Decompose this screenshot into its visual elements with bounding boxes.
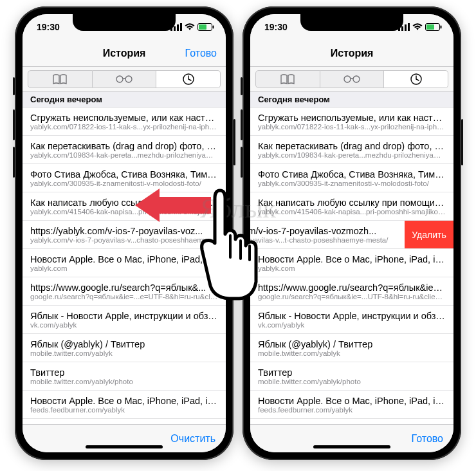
history-row[interactable]: Фото Стива Джобса, Стива Возняка, Тима К… [250,164,453,192]
glasses-icon [343,75,360,83]
history-row[interactable]: Новости Apple. Все о Mac, iPhone, iPad, … [250,249,453,277]
history-row[interactable]: Как перетаскивать (drag and drop) фото, … [250,136,453,164]
svg-rect-3 [180,23,182,31]
page-title: История [103,48,146,59]
mute-switch[interactable] [13,77,15,95]
svg-rect-16 [441,26,442,29]
history-row[interactable]: yablyk.com/v-ios-7-poyavilas-vozmozh...m… [250,221,453,249]
row-subtitle: vk.com/yablyk [258,321,446,329]
tab-reading-list[interactable] [320,70,385,88]
row-title: Как перетаскивать (drag and drop) фото, … [30,141,218,151]
segmented-control [250,67,453,91]
page-title: История [331,48,374,59]
row-subtitle: yablyk.com/071822-ios-11-kak-s...yx-pril… [30,123,218,131]
mute-switch[interactable] [241,77,243,95]
clock: 19:30 [264,22,288,32]
history-list[interactable]: Сгружать неиспользуемые, или как настрои… [250,107,453,424]
row-subtitle: yablyk.com/300935-it-znamenitosti-v-molo… [30,180,218,187]
row-title: yablyk.com/v-ios-7-poyavilas-vozmozh... [250,226,397,236]
svg-point-7 [116,76,123,82]
row-title: Как перетаскивать (drag and drop) фото, … [258,141,446,151]
nav-bar: История [250,40,453,67]
history-row[interactable]: Новости Apple. Все о Mac, iPhone, iPad, … [23,391,226,419]
row-title: https://www.google.ru/search?q=яблык&... [30,282,218,293]
row-subtitle: yablyk.com [30,264,218,272]
row-title: Яблык (@yablyk) / Твиттер [258,339,446,349]
row-subtitle: mobile.twitter.com/yablyk [258,349,446,357]
row-title: Новости Apple. Все о Mac, iPhone, iPad, … [30,396,218,406]
history-row[interactable]: Сгружать неиспользуемые, или как настрои… [250,107,453,136]
row-subtitle: yablyk.com/071822-ios-11-kak-s...yx-pril… [258,123,446,131]
nav-bar: История Готово [23,40,226,67]
glasses-icon [116,75,133,83]
done-button[interactable]: Готово [185,40,217,66]
clear-button[interactable]: Очистить [170,433,215,445]
row-title: Новости Apple. Все о Mac, iPhone, iPad, … [258,396,446,406]
home-indicator[interactable] [313,445,390,448]
volume-up-button[interactable] [13,109,15,140]
row-subtitle: google.ru/search?q=яблык&ie=...e=UTF-8&h… [30,293,218,300]
history-row[interactable]: Сгружать неиспользуемые, или как настрои… [23,107,226,136]
history-row[interactable]: Твиттерmobile.twitter.com/yablyk/photo [23,362,226,391]
notch [73,14,176,31]
volume-up-button[interactable] [241,109,243,140]
row-subtitle: yablyk.com/300935-it-znamenitosti-v-molo… [258,180,446,187]
row-subtitle: google.ru/search?q=яблык&ie=...UTF-8&hl=… [258,293,446,300]
battery-icon [425,23,442,31]
clock: 19:30 [37,22,60,32]
tab-history[interactable] [156,70,221,88]
history-row[interactable]: Как написать любую ссылку при помощи см.… [250,192,453,221]
row-title: https://www.google.ru/search?q=яблык&ie=… [258,282,446,293]
tab-history[interactable] [384,70,448,88]
home-indicator[interactable] [86,445,163,448]
section-header: Сегодня вечером [250,91,453,107]
svg-rect-13 [408,23,410,31]
history-row[interactable]: Яблык - Новости Apple, инструкции и обзо… [250,306,453,334]
tab-bookmarks[interactable] [255,70,320,88]
segmented-control [23,67,226,91]
row-title: Твиттер [30,367,218,378]
history-row[interactable]: Твиттерmobile.twitter.com/yablyk/photo [250,362,453,391]
wifi-icon [185,23,195,31]
row-subtitle: mobile.twitter.com/yablyk/photo [30,378,218,385]
row-subtitle: yablyk.com [258,264,446,272]
row-title: Яблык - Новости Apple, инструкции и обзо… [258,311,446,321]
history-row[interactable]: https://www.google.ru/search?q=яблык&ie=… [250,277,453,306]
swipe-arrow-icon [135,189,160,222]
wifi-icon [412,23,423,31]
history-row[interactable]: Яблык (@yablyk) / Твиттерmobile.twitter.… [23,334,226,362]
delete-button[interactable]: Удалить [405,221,453,248]
row-title: Твиттер [258,367,446,378]
row-subtitle: yablyk.com/109834-kak-pereta...mezhdu-pr… [30,151,218,159]
hand-pointer-icon [192,187,262,305]
tab-reading-list[interactable] [93,70,157,88]
power-button[interactable] [461,119,463,165]
svg-point-18 [353,76,360,82]
volume-down-button[interactable] [241,147,243,178]
row-subtitle: yablyk.com/109834-kak-pereta...mezhdu-pr… [258,151,446,159]
row-subtitle: mobile.twitter.com/yablyk/photo [258,378,446,385]
history-row[interactable]: Как перетаскивать (drag and drop) фото, … [23,136,226,164]
row-subtitle: mobile.twitter.com/yablyk [30,349,218,357]
history-row[interactable]: Яблык (@yablyk) / Твиттерmobile.twitter.… [250,334,453,362]
power-button[interactable] [233,119,235,165]
row-subtitle: yablyk.com/v-ios-7-poyavilas-v...chasto-… [30,236,218,244]
history-row[interactable]: Новости Apple. Все о Mac, iPhone, iPad, … [250,391,453,419]
history-row[interactable]: Яблык - Новости Apple, инструкции и обзо… [23,306,226,334]
row-title: Фото Стива Джобса, Стива Возняка, Тима К… [258,169,446,180]
svg-rect-2 [177,24,179,31]
done-button[interactable]: Готово [412,433,443,445]
volume-down-button[interactable] [13,147,15,178]
svg-point-17 [344,76,351,82]
clock-icon [410,73,422,85]
section-header: Сегодня вечером [23,91,226,107]
book-icon [280,74,295,84]
svg-rect-11 [401,26,403,31]
svg-rect-5 [199,24,206,30]
row-title: Сгружать неиспользуемые, или как настрои… [30,113,218,123]
svg-point-8 [125,76,132,82]
tab-bookmarks[interactable] [28,70,93,88]
row-title: Яблык (@yablyk) / Твиттер [30,339,218,349]
phone-right: 19:30 История [243,6,461,460]
notch [300,14,403,31]
